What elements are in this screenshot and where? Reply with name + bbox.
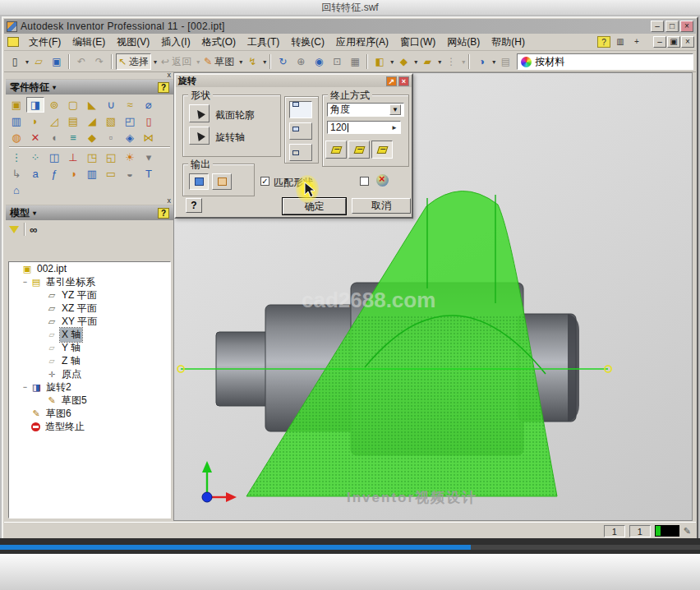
shaded-display-button[interactable]: ◧ — [371, 53, 388, 70]
feature-icon[interactable]: ▣ — [7, 97, 25, 113]
analysis-button[interactable]: ◑ — [473, 53, 490, 70]
tree-node-label[interactable]: 草图5 — [60, 394, 89, 408]
feature-icon[interactable]: ◈ — [121, 130, 139, 145]
shaded-display-dropdown[interactable]: ▾ — [390, 58, 394, 66]
revolve-dialog[interactable]: 旋转 ↗ × 形状 截面轮廓 — [174, 73, 413, 219]
menu-item[interactable]: 帮助(H) — [486, 34, 531, 51]
update-dropdown[interactable]: ▾ — [263, 58, 266, 66]
direction2-button[interactable] — [348, 141, 370, 159]
tree-node-label[interactable]: 基引坐标系 — [44, 275, 97, 289]
feature-icon[interactable]: ◍ — [7, 130, 25, 145]
video-progress-bar[interactable] — [0, 538, 700, 554]
tree-row[interactable]: YZ 平面 — [9, 288, 170, 302]
feature-icon[interactable]: ⌀ — [140, 97, 158, 113]
analysis-dropdown[interactable]: ▾ — [492, 58, 495, 66]
addin-icon[interactable]: ▥ — [614, 36, 627, 48]
chevron-down-icon[interactable]: ▾ — [53, 84, 56, 91]
feature-icon[interactable]: ▾ — [140, 150, 158, 165]
feature-icon[interactable]: ◆ — [83, 130, 101, 145]
tree-row[interactable]: − 基引坐标系 — [9, 275, 170, 288]
feature-icon[interactable]: ▭ — [102, 166, 120, 182]
feature-icon[interactable]: ◣ — [83, 97, 101, 113]
feature-icon[interactable]: ◱ — [102, 150, 120, 165]
minimize-button[interactable]: – — [651, 21, 664, 32]
match-shape-checkbox[interactable]: ✓ — [260, 177, 269, 186]
feature-icon[interactable]: ⊚ — [45, 97, 63, 113]
feature-icon[interactable]: ↳ — [7, 166, 25, 182]
feature-icon[interactable]: ◖ — [45, 130, 63, 145]
feature-icon[interactable]: ☀ — [121, 150, 139, 165]
panel-grab-strip-2[interactable]: x — [6, 198, 173, 205]
tree-node-label[interactable]: 002.ipt — [35, 263, 68, 274]
tree-node-label[interactable]: 造型终止 — [44, 420, 86, 434]
feature-icon[interactable]: ▤ — [64, 113, 82, 129]
feature-icon[interactable]: ⊥ — [64, 150, 82, 165]
feature-icon[interactable]: ƒ — [45, 166, 63, 182]
tree-row[interactable]: 原点 — [9, 367, 170, 380]
look-at-button[interactable]: ⊡ — [329, 53, 345, 70]
new-file-button[interactable]: ▯ — [7, 53, 23, 70]
feature-icon[interactable]: ◨ — [26, 97, 44, 113]
tree-row[interactable]: 造型终止 — [9, 420, 170, 433]
save-button[interactable]: ▣ — [48, 53, 65, 70]
dialog-close-icon[interactable]: × — [398, 76, 409, 86]
menu-item[interactable]: 应用程序(A) — [330, 34, 394, 51]
grid-button[interactable]: ▦ — [347, 53, 363, 70]
tree-node-label[interactable]: 草图6 — [44, 407, 73, 421]
sketch-dropdown[interactable]: ▾ — [239, 58, 242, 66]
chevron-down-icon[interactable]: ▼ — [389, 104, 401, 115]
dialog-help-button[interactable]: ? — [186, 198, 202, 213]
intersect-button[interactable] — [289, 144, 312, 161]
menu-item[interactable]: 编辑(E) — [67, 34, 111, 51]
ok-button[interactable]: 确定 — [283, 198, 346, 214]
feature-icon[interactable]: ◫ — [45, 150, 63, 165]
tree-row[interactable]: XZ 平面 — [9, 302, 170, 315]
menu-item[interactable]: 文件(F) — [23, 34, 67, 51]
angle-input[interactable]: 120 ► — [327, 121, 401, 134]
menu-item[interactable]: 网站(B) — [441, 34, 486, 51]
dialog-title-bar[interactable]: 旋转 ↗ × — [176, 75, 412, 87]
filter-icon[interactable] — [9, 226, 19, 233]
child-close-button[interactable]: × — [681, 36, 694, 48]
redo-button[interactable]: ↷ — [91, 53, 108, 70]
chevron-down-icon[interactable]: ▾ — [33, 210, 36, 217]
midplane-button[interactable] — [371, 141, 393, 159]
sketch-button[interactable]: ✎ 草图 — [201, 53, 237, 70]
cancel-button[interactable]: 取消 — [352, 198, 411, 214]
pin-icon[interactable]: ↗ — [386, 76, 397, 86]
panel-close-icon[interactable]: x — [168, 71, 172, 79]
feature-icon[interactable]: ⌂ — [7, 182, 25, 198]
tree-node-label[interactable]: Y 轴 — [60, 341, 82, 355]
pan-button[interactable]: ⊕ — [292, 53, 309, 70]
close-button[interactable]: × — [680, 21, 693, 32]
feature-icon[interactable]: ≡ — [64, 130, 82, 145]
model-panel-header[interactable]: 模型 ▾ ? — [6, 205, 173, 220]
panel-help-icon[interactable]: ? — [158, 82, 169, 93]
material-combobox[interactable]: 按材料 — [517, 53, 693, 70]
child-restore-button[interactable]: ▣ — [667, 36, 680, 48]
tree-row[interactable]: 草图6 — [9, 407, 170, 420]
menu-item[interactable]: 视图(V) — [111, 34, 155, 51]
feature-icon[interactable]: ▧ — [102, 113, 120, 129]
feature-icon[interactable]: ⁘ — [26, 150, 44, 165]
tree-node-label[interactable]: XZ 平面 — [60, 302, 99, 316]
feature-icon[interactable]: ◢ — [83, 113, 101, 129]
tree-row[interactable]: XY 平面 — [9, 315, 170, 328]
axis-picker-button[interactable] — [189, 127, 210, 145]
shadow-button[interactable]: ▰ — [419, 53, 435, 70]
camera-view-dropdown[interactable]: ▾ — [414, 58, 417, 66]
new-file-dropdown[interactable]: ▾ — [25, 58, 29, 66]
menu-item[interactable]: 插入(I) — [155, 34, 196, 51]
tree-row[interactable]: 草图5 — [9, 394, 170, 407]
open-file-button[interactable]: ▱ — [30, 53, 47, 70]
feature-icon[interactable]: ▯ — [140, 113, 158, 129]
tree-row[interactable]: Y 轴 — [9, 341, 170, 354]
cut-button[interactable] — [289, 122, 312, 140]
undo-button[interactable]: ↶ — [73, 53, 90, 70]
shadow-dropdown[interactable]: ▾ — [438, 58, 441, 66]
feature-icon[interactable]: ▥ — [83, 166, 101, 182]
feature-icon[interactable]: ⋈ — [140, 130, 158, 145]
camera-view-button[interactable]: ◆ — [395, 53, 412, 70]
feature-icon[interactable]: ◰ — [121, 113, 139, 129]
feature-icon[interactable]: ◳ — [83, 150, 101, 165]
